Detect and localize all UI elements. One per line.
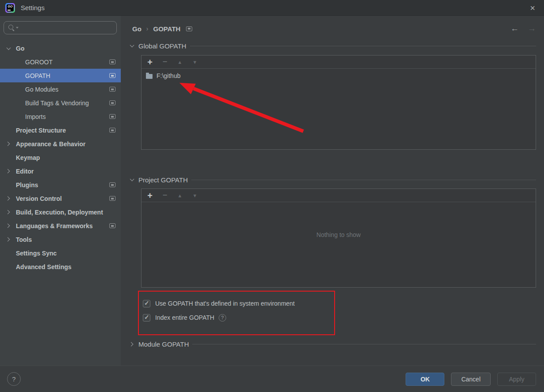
project-gopath-toolbar: + − ▲ ▼ bbox=[142, 189, 536, 202]
monitor-icon bbox=[186, 26, 192, 31]
add-icon[interactable]: + bbox=[147, 191, 153, 200]
dialog-footer: ? OK Cancel Apply bbox=[0, 366, 544, 392]
sidebar-item-version-control[interactable]: Version Control bbox=[0, 192, 121, 205]
settings-content: Go › GOPATH ← → Global GOPATH + − ▲ ▼ bbox=[121, 16, 544, 366]
search-options-caret-icon[interactable] bbox=[16, 27, 19, 29]
help-icon[interactable]: ? bbox=[219, 314, 226, 322]
sidebar-item-build-tags[interactable]: Build Tags & Vendoring bbox=[0, 96, 121, 110]
move-up-icon[interactable]: ▲ bbox=[177, 59, 183, 65]
monitor-icon bbox=[109, 223, 116, 228]
sidebar-item-editor[interactable]: Editor bbox=[0, 164, 121, 178]
monitor-icon bbox=[109, 100, 116, 105]
sidebar-item-settings-sync[interactable]: Settings Sync bbox=[0, 246, 121, 260]
sidebar-item-go[interactable]: Go bbox=[0, 41, 121, 55]
window-title: Settings bbox=[21, 4, 45, 11]
chevron-right-icon bbox=[6, 237, 10, 242]
sidebar-item-project-structure[interactable]: Project Structure bbox=[0, 123, 121, 137]
sidebar-item-advanced-settings[interactable]: Advanced Settings bbox=[0, 260, 121, 274]
sidebar-item-plugins[interactable]: Plugins bbox=[0, 178, 121, 192]
section-divider bbox=[192, 344, 536, 344]
chevron-right-icon bbox=[129, 342, 134, 346]
section-project-gopath[interactable]: Project GOPATH bbox=[130, 174, 536, 185]
chevron-down-icon bbox=[130, 43, 134, 48]
back-arrow-icon[interactable]: ← bbox=[510, 24, 519, 33]
add-icon[interactable]: + bbox=[147, 58, 153, 67]
breadcrumb-go[interactable]: Go bbox=[132, 25, 142, 33]
remove-icon[interactable]: − bbox=[162, 191, 168, 200]
section-divider bbox=[190, 46, 536, 46]
chevron-right-icon bbox=[6, 169, 10, 174]
global-gopath-toolbar: + − ▲ ▼ bbox=[142, 55, 536, 69]
titlebar: GO Settings × bbox=[0, 0, 544, 16]
breadcrumb-gopath: GOPATH bbox=[153, 25, 181, 33]
sidebar-item-goroot[interactable]: GOROOT bbox=[0, 55, 121, 69]
section-divider bbox=[191, 180, 536, 180]
empty-list-message: Nothing to show bbox=[142, 231, 536, 238]
chevron-right-icon bbox=[6, 142, 10, 146]
forward-arrow-icon: → bbox=[528, 24, 536, 33]
sidebar-item-languages-frameworks[interactable]: Languages & Frameworks bbox=[0, 219, 121, 233]
sidebar-item-build-execution-deployment[interactable]: Build, Execution, Deployment bbox=[0, 205, 121, 219]
sidebar-item-go-modules[interactable]: Go Modules bbox=[0, 82, 121, 96]
monitor-icon bbox=[109, 73, 116, 78]
sidebar-item-keymap[interactable]: Keymap bbox=[0, 151, 121, 164]
sidebar-item-imports[interactable]: Imports bbox=[0, 110, 121, 123]
settings-tree: Go GOROOT GOPATH Go Modules Build Tags &… bbox=[0, 41, 121, 274]
global-gopath-list: + − ▲ ▼ F:\github bbox=[141, 55, 536, 150]
folder-icon bbox=[146, 74, 153, 79]
move-down-icon[interactable]: ▼ bbox=[192, 193, 198, 198]
monitor-icon bbox=[109, 87, 116, 92]
chevron-right-icon bbox=[6, 224, 10, 228]
monitor-icon bbox=[109, 114, 116, 119]
apply-button[interactable]: Apply bbox=[497, 373, 536, 386]
sidebar-item-tools[interactable]: Tools bbox=[0, 233, 121, 246]
checkbox-checked-icon[interactable]: ✓ bbox=[143, 314, 150, 322]
breadcrumb-separator: › bbox=[146, 25, 149, 32]
monitor-icon bbox=[109, 196, 116, 201]
gopath-options: ✓ Use GOPATH that's defined in system en… bbox=[143, 298, 536, 323]
gopath-entry-path: F:\github bbox=[156, 72, 180, 79]
help-icon[interactable]: ? bbox=[7, 372, 21, 386]
monitor-icon bbox=[109, 59, 116, 64]
ok-button[interactable]: OK bbox=[406, 373, 444, 386]
chevron-down-icon bbox=[7, 45, 11, 50]
project-gopath-list: + − ▲ ▼ Nothing to show bbox=[141, 189, 536, 288]
gopath-entry[interactable]: F:\github bbox=[142, 69, 536, 83]
close-icon[interactable]: × bbox=[527, 4, 538, 12]
move-up-icon[interactable]: ▲ bbox=[177, 193, 183, 198]
breadcrumb: Go › GOPATH ← → bbox=[132, 22, 536, 35]
chevron-right-icon bbox=[6, 196, 10, 201]
monitor-icon bbox=[109, 128, 116, 133]
sidebar-item-appearance-behavior[interactable]: Appearance & Behavior bbox=[0, 137, 121, 151]
index-entire-gopath-label: Index entire GOPATH bbox=[155, 314, 214, 321]
remove-icon[interactable]: − bbox=[162, 57, 168, 67]
chevron-right-icon bbox=[6, 210, 10, 214]
index-entire-gopath-option[interactable]: ✓ Index entire GOPATH ? bbox=[143, 312, 536, 323]
section-global-gopath[interactable]: Global GOPATH bbox=[130, 41, 536, 51]
move-down-icon[interactable]: ▼ bbox=[192, 59, 198, 65]
goland-logo-icon: GO bbox=[5, 3, 15, 13]
settings-dialog: GO Settings × Go GOROOT bbox=[0, 0, 544, 392]
use-system-gopath-label: Use GOPATH that's defined in system envi… bbox=[155, 300, 295, 307]
settings-sidebar: Go GOROOT GOPATH Go Modules Build Tags &… bbox=[0, 16, 121, 366]
sidebar-item-gopath[interactable]: GOPATH bbox=[0, 69, 121, 82]
monitor-icon bbox=[109, 182, 116, 187]
settings-search-input[interactable] bbox=[21, 24, 112, 31]
cancel-button[interactable]: Cancel bbox=[451, 373, 491, 386]
use-system-gopath-option[interactable]: ✓ Use GOPATH that's defined in system en… bbox=[143, 298, 536, 309]
search-icon bbox=[8, 24, 15, 31]
section-module-gopath[interactable]: Module GOPATH bbox=[130, 339, 536, 349]
checkbox-checked-icon[interactable]: ✓ bbox=[143, 300, 150, 307]
search-box[interactable] bbox=[4, 21, 117, 34]
chevron-down-icon bbox=[130, 177, 134, 181]
